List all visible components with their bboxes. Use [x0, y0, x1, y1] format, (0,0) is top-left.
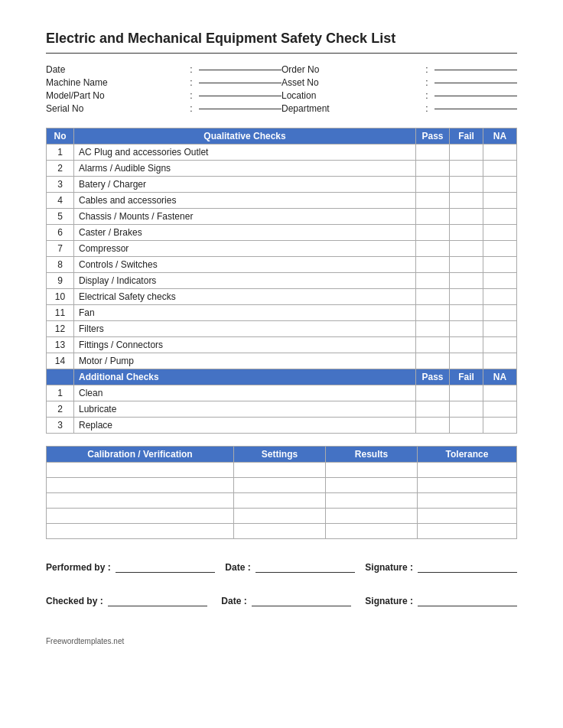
qualitative-item-row: 6 Caster / Brakes: [47, 225, 517, 241]
calib-item-name: [47, 509, 234, 524]
item-label: Batery / Charger: [74, 177, 416, 193]
add-item-no: 3: [47, 418, 74, 434]
calib-item-settings: [234, 509, 326, 524]
item-no: 14: [47, 353, 74, 369]
checked-date-label: Date :: [221, 596, 246, 606]
col-checks-header: Qualitative Checks: [74, 128, 416, 145]
calibration-data-row: [47, 493, 517, 509]
calib-tolerance-header: Tolerance: [418, 447, 517, 463]
add-item-no: 1: [47, 385, 74, 401]
checked-sig-line: [418, 596, 517, 606]
item-no: 8: [47, 257, 74, 273]
performed-sig-item: Signature :: [365, 562, 517, 573]
add-no-header: [47, 369, 74, 385]
item-label: Chassis / Mounts / Fastener: [74, 209, 416, 225]
calib-item-tolerance: [418, 478, 517, 493]
col-pass-header: Pass: [416, 128, 450, 145]
item-na: [483, 321, 517, 337]
calib-item-tolerance: [418, 463, 517, 478]
item-na: [483, 193, 517, 209]
title-divider: [46, 53, 517, 54]
item-na: [483, 209, 517, 225]
item-pass: [416, 209, 450, 225]
qualitative-item-row: 10 Electrical Safety checks: [47, 289, 517, 305]
item-pass: [416, 305, 450, 321]
calib-item-name: [47, 463, 234, 478]
item-no: 9: [47, 273, 74, 289]
calibration-header-row: Calibration / Verification Settings Resu…: [47, 447, 517, 463]
item-no: 6: [47, 225, 74, 241]
item-label: Electrical Safety checks: [74, 289, 416, 305]
qualitative-item-row: 3 Batery / Charger: [47, 177, 517, 193]
item-na: [483, 353, 517, 369]
performed-date-line: [255, 562, 355, 573]
calib-label-header: Calibration / Verification: [47, 447, 234, 463]
additional-item-row: 1 Clean: [47, 385, 517, 401]
item-no: 1: [47, 145, 74, 161]
performed-by-row: Performed by : Date : Signature :: [46, 562, 517, 573]
additional-checks-header: Additional Checks Pass Fail NA: [47, 369, 517, 385]
calib-item-tolerance: [418, 524, 517, 539]
item-fail: [450, 241, 483, 257]
qualitative-item-row: 1 AC Plug and accessories Outlet: [47, 145, 517, 161]
calib-item-settings: [234, 524, 326, 539]
checklist-table: No Qualitative Checks Pass Fail NA 1 AC …: [46, 128, 517, 434]
item-no: 10: [47, 289, 74, 305]
item-pass: [416, 337, 450, 353]
item-pass: [416, 273, 450, 289]
info-grid: Date : Order No : Machine Name : Asset N…: [46, 64, 517, 114]
item-label: Cables and accessories: [74, 193, 416, 209]
item-fail: [450, 145, 483, 161]
qualitative-item-row: 9 Display / Indicators: [47, 273, 517, 289]
calib-item-results: [326, 493, 418, 509]
item-no: 4: [47, 193, 74, 209]
item-pass: [416, 161, 450, 177]
performed-sig-label: Signature :: [365, 562, 413, 573]
add-item-na: [483, 401, 517, 418]
performed-by-label: Performed by :: [46, 562, 111, 573]
item-fail: [450, 209, 483, 225]
qualitative-item-row: 11 Fan: [47, 305, 517, 321]
item-pass: [416, 257, 450, 273]
calib-item-name: [47, 478, 234, 493]
checked-by-line: [108, 596, 207, 606]
item-fail: [450, 321, 483, 337]
checked-by-label: Checked by :: [46, 596, 103, 606]
calibration-data-row: [47, 509, 517, 524]
add-item-no: 2: [47, 401, 74, 418]
add-item-na: [483, 385, 517, 401]
item-na: [483, 177, 517, 193]
add-item-fail: [450, 385, 483, 401]
item-pass: [416, 225, 450, 241]
item-label: AC Plug and accessories Outlet: [74, 145, 416, 161]
item-label: Motor / Pump: [74, 353, 416, 369]
signature-section: Performed by : Date : Signature : Checke…: [46, 562, 517, 606]
footer: Freewordtemplates.net: [46, 637, 517, 645]
item-label: Controls / Switches: [74, 257, 416, 273]
item-no: 12: [47, 321, 74, 337]
item-no: 11: [47, 305, 74, 321]
qualitative-item-row: 13 Fittings / Connectors: [47, 337, 517, 353]
date-label: Date: [46, 64, 184, 75]
qualitative-item-row: 8 Controls / Switches: [47, 257, 517, 273]
add-item-pass: [416, 401, 450, 418]
item-label: Alarms / Audible Signs: [74, 161, 416, 177]
calib-item-results: [326, 509, 418, 524]
checked-by-row: Checked by : Date : Signature :: [46, 596, 517, 606]
checked-by-item: Checked by :: [46, 596, 207, 606]
add-label-header: Additional Checks: [74, 369, 416, 385]
add-item-fail: [450, 418, 483, 434]
item-label: Fan: [74, 305, 416, 321]
item-pass: [416, 353, 450, 369]
qualitative-item-row: 5 Chassis / Mounts / Fastener: [47, 209, 517, 225]
calib-item-settings: [234, 493, 326, 509]
add-item-label: Lubricate: [74, 401, 416, 418]
item-na: [483, 161, 517, 177]
item-fail: [450, 161, 483, 177]
checked-date-line: [252, 596, 351, 606]
calibration-data-row: [47, 524, 517, 539]
calib-item-settings: [234, 478, 326, 493]
item-na: [483, 305, 517, 321]
calib-item-name: [47, 493, 234, 509]
item-fail: [450, 353, 483, 369]
